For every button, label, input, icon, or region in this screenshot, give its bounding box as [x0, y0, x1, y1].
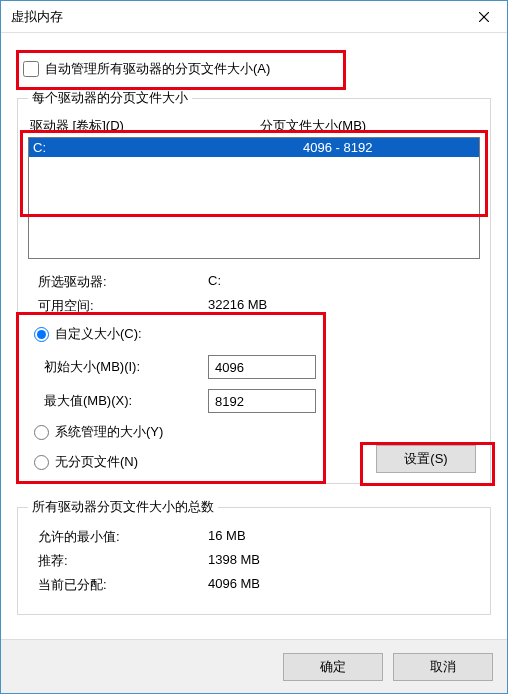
custom-size-radio[interactable]	[34, 327, 49, 342]
drive-list-header: 驱动器 [卷标](D) 分页文件大小(MB)	[30, 117, 478, 135]
dialog-footer: 确定 取消	[1, 639, 507, 693]
header-size: 分页文件大小(MB)	[260, 117, 366, 135]
no-paging-label: 无分页文件(N)	[55, 453, 138, 471]
virtual-memory-dialog: 虚拟内存 自动管理所有驱动器的分页文件大小(A) 每个驱动器的分页文件大小 驱动…	[0, 0, 508, 694]
drive-cell: C:	[33, 138, 303, 157]
recommended-value: 1398 MB	[208, 552, 260, 570]
per-drive-legend: 每个驱动器的分页文件大小	[28, 89, 192, 107]
set-button[interactable]: 设置(S)	[376, 445, 476, 473]
ok-button[interactable]: 确定	[283, 653, 383, 681]
totals-legend: 所有驱动器分页文件大小的总数	[28, 498, 218, 516]
titlebar: 虚拟内存	[1, 1, 507, 33]
no-paging-radio[interactable]	[34, 455, 49, 470]
available-space-value: 32216 MB	[208, 297, 267, 315]
window-title: 虚拟内存	[11, 8, 461, 26]
max-size-input[interactable]	[208, 389, 316, 413]
selected-drive-label: 所选驱动器:	[38, 273, 208, 291]
drive-list[interactable]: C: 4096 - 8192	[28, 137, 480, 259]
system-managed-label: 系统管理的大小(Y)	[55, 423, 163, 441]
header-drive: 驱动器 [卷标](D)	[30, 117, 260, 135]
max-size-label: 最大值(MB)(X):	[44, 392, 208, 410]
initial-size-input[interactable]	[208, 355, 316, 379]
cancel-button[interactable]: 取消	[393, 653, 493, 681]
recommended-label: 推荐:	[38, 552, 208, 570]
selected-drive-value: C:	[208, 273, 221, 291]
available-space-label: 可用空间:	[38, 297, 208, 315]
auto-manage-checkbox[interactable]	[23, 61, 39, 77]
custom-size-label: 自定义大小(C):	[55, 325, 142, 343]
system-managed-radio[interactable]	[34, 425, 49, 440]
allocated-value: 4096 MB	[208, 576, 260, 594]
min-allowed-label: 允许的最小值:	[38, 528, 208, 546]
auto-manage-label: 自动管理所有驱动器的分页文件大小(A)	[45, 60, 270, 78]
size-cell: 4096 - 8192	[303, 138, 372, 157]
min-allowed-value: 16 MB	[208, 528, 246, 546]
totals-group: 所有驱动器分页文件大小的总数 允许的最小值: 16 MB 推荐: 1398 MB…	[17, 498, 491, 615]
allocated-label: 当前已分配:	[38, 576, 208, 594]
per-drive-group: 每个驱动器的分页文件大小 驱动器 [卷标](D) 分页文件大小(MB) C: 4…	[17, 89, 491, 484]
initial-size-label: 初始大小(MB)(I):	[44, 358, 208, 376]
close-icon	[479, 12, 489, 22]
content-area: 自动管理所有驱动器的分页文件大小(A) 每个驱动器的分页文件大小 驱动器 [卷标…	[1, 33, 507, 639]
close-button[interactable]	[461, 1, 507, 33]
drive-row[interactable]: C: 4096 - 8192	[29, 138, 479, 157]
